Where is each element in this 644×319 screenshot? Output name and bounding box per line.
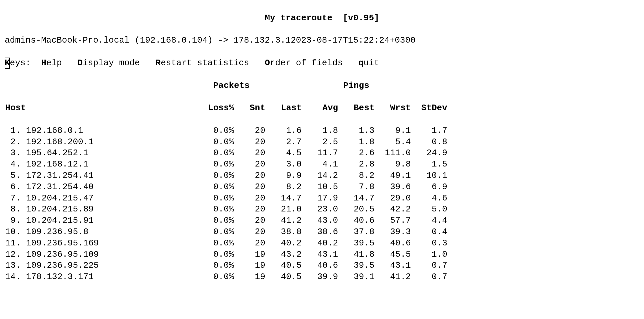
hop-row: 10. 109.236.95.8 0.0% 20 38.8 38.6 37.8 … [0,226,644,238]
app-version: [v0.95] [343,13,379,23]
key-restart[interactable]: Restart statistics [156,58,249,68]
hops-table: 1. 192.168.0.1 0.0% 20 1.6 1.8 1.3 9.1 1… [0,125,644,283]
column-headers: Host Loss% Snt Last Avg Best Wrst StDev [0,103,644,114]
connection-info: admins-MacBook-Pro.local (192.168.0.104)… [0,35,644,46]
hop-row: 12. 109.236.95.109 0.0% 19 43.2 43.1 41.… [0,249,644,260]
hop-row: 2. 192.168.200.1 0.0% 20 2.7 2.5 1.8 5.4… [0,137,644,148]
hop-row: 4. 192.168.12.1 0.0% 20 3.0 4.1 2.8 9.8 … [0,159,644,170]
local-ip: (192.168.0.104) [135,35,213,45]
hop-row: 7. 10.204.215.47 0.0% 20 14.7 17.9 14.7 … [0,193,644,204]
app-name: My traceroute [265,13,332,23]
key-quit[interactable]: quit [358,58,379,68]
key-display-mode[interactable]: Display mode [77,58,140,68]
key-help[interactable]: Help [41,58,62,68]
app-title: My traceroute [v0.95] [0,13,644,24]
cursor-icon: K [5,58,10,69]
hop-row: 8. 10.204.215.89 0.0% 20 21.0 23.0 20.5 … [0,204,644,215]
hop-row: 14. 178.132.3.171 0.0% 19 40.5 39.9 39.1… [0,271,644,283]
hop-row: 3. 195.64.252.1 0.0% 20 4.5 11.7 2.6 111… [0,148,644,159]
section-headers: Packets Pings [0,80,644,92]
hop-row: 13. 109.236.95.225 0.0% 19 40.5 40.6 39.… [0,260,644,271]
hop-row: 11. 109.236.95.169 0.0% 20 40.2 40.2 39.… [0,238,644,249]
hop-row: 1. 192.168.0.1 0.0% 20 1.6 1.8 1.3 9.1 1… [0,125,644,137]
hop-row: 5. 172.31.254.41 0.0% 20 9.9 14.2 8.2 49… [0,170,644,181]
hop-row: 9. 10.204.215.91 0.0% 20 41.2 43.0 40.6 … [0,215,644,226]
hostname: admins-MacBook-Pro.local [5,35,129,45]
dest-and-timestamp: 178.132.3.12023-08-17T15:22:24+0300 [234,35,416,45]
arrow-icon: -> [218,35,228,45]
hop-row: 6. 172.31.254.40 0.0% 20 8.2 10.5 7.8 39… [0,181,644,193]
key-order[interactable]: Order of fields [265,58,343,68]
key-hints: Keys: Help Display mode Restart statisti… [0,58,644,69]
mtr-terminal: My traceroute [v0.95] admins-MacBook-Pro… [0,0,644,294]
